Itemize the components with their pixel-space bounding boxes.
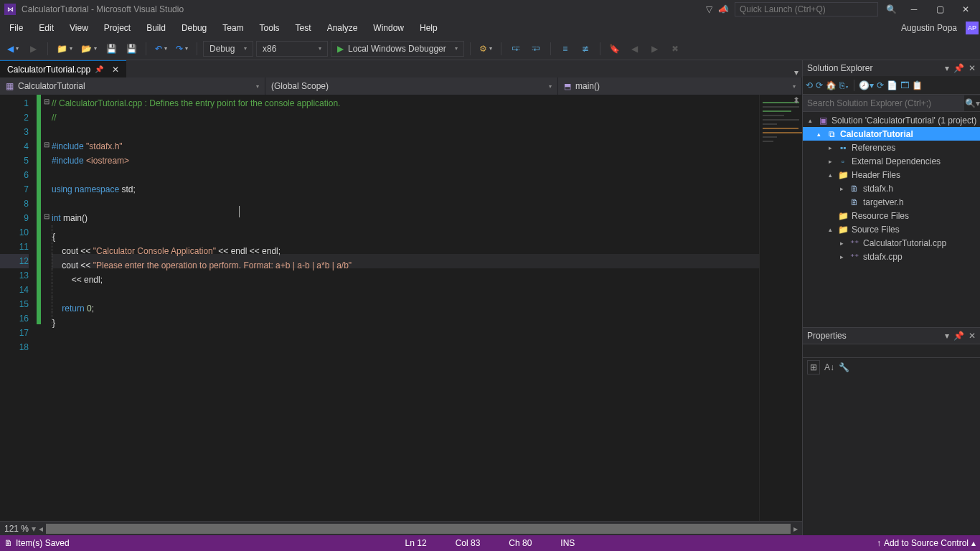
comment-button[interactable]: ≡ xyxy=(557,40,574,57)
title-bar: ⋈ CalculatorTutorial - Microsoft Visual … xyxy=(0,0,980,19)
new-project-button[interactable]: 📁 xyxy=(54,40,75,57)
properties-object-dropdown[interactable] xyxy=(803,344,980,358)
notifications-icon[interactable]: ▽ xyxy=(706,4,712,14)
minimize-button[interactable]: ─ xyxy=(904,2,924,17)
editor-footer: 121 % ▾ ◂ ▸ xyxy=(0,521,802,535)
source-control-button[interactable]: ↑Add to Source Control▴ xyxy=(877,538,976,548)
search-icon[interactable]: 🔍▾ xyxy=(964,98,980,108)
scroll-right-button[interactable]: ▸ xyxy=(793,524,798,534)
nav-project-dropdown[interactable]: ▦CalculatorTutorial xyxy=(0,77,265,95)
zoom-level[interactable]: 121 % xyxy=(4,524,29,534)
open-file-button[interactable]: 📂 xyxy=(78,40,100,57)
house-icon[interactable]: 🏠 xyxy=(826,80,837,90)
feedback-icon[interactable]: 📣 xyxy=(718,4,729,14)
uncomment-button[interactable]: ≢ xyxy=(577,40,594,57)
solution-explorer-toolbar: ⟲ ⟳ 🏠 ⎘▾ 🕗▾ ⟳ 📄 🗔 📋 xyxy=(803,76,980,95)
property-pages-icon[interactable]: 🔧 xyxy=(839,362,849,372)
solution-node[interactable]: ▴▣Solution 'CalculatorTutorial' (1 proje… xyxy=(803,113,980,127)
user-avatar[interactable]: AP xyxy=(966,22,979,34)
step-over-button[interactable]: ⮒ xyxy=(527,40,545,57)
start-debugging-button[interactable]: ▶Local Windows Debugger xyxy=(331,41,464,57)
search-input[interactable] xyxy=(803,95,964,111)
close-panel-icon[interactable]: ✕ xyxy=(969,63,976,73)
pin-panel-icon[interactable]: 📌 xyxy=(953,331,964,341)
code-editor[interactable]: 123456789101112131415161718 ⊟⊟⊟ // Calcu… xyxy=(0,95,759,521)
nav-back-button[interactable]: ◀ xyxy=(4,40,22,57)
status-char: Ch 80 xyxy=(509,538,532,548)
menu-view[interactable]: View xyxy=(62,22,96,34)
close-button[interactable]: ✕ xyxy=(956,2,976,17)
home-icon[interactable]: ⟲ xyxy=(806,80,813,90)
maximize-button[interactable]: ▢ xyxy=(930,2,950,17)
header-files-node[interactable]: ▴📁Header Files xyxy=(803,168,980,182)
tab-overflow-button[interactable]: ▾ xyxy=(791,67,802,77)
zoom-dropdown-icon[interactable]: ▾ xyxy=(32,524,36,534)
status-line: Ln 12 xyxy=(405,538,427,548)
preview-icon[interactable]: 📋 xyxy=(912,80,923,90)
menu-test[interactable]: Test xyxy=(288,22,319,34)
solution-explorer-header: Solution Explorer ▾ 📌 ✕ xyxy=(803,60,980,76)
quick-launch-input[interactable]: Quick Launch (Ctrl+Q) xyxy=(735,2,878,17)
configuration-dropdown[interactable]: Debug xyxy=(203,41,253,57)
pin-icon[interactable]: 📌 xyxy=(95,65,103,73)
panel-title: Solution Explorer xyxy=(807,63,872,73)
menu-analyze[interactable]: Analyze xyxy=(319,22,366,34)
undo-button[interactable]: ↶ xyxy=(152,40,170,57)
solution-explorer-search[interactable]: 🔍▾ xyxy=(803,95,980,112)
source-file-item[interactable]: ▸⁺⁺stdafx.cpp xyxy=(803,250,980,263)
external-deps-node[interactable]: ▸▫External Dependencies xyxy=(803,154,980,168)
vs-logo-icon: ⋈ xyxy=(4,4,16,15)
save-button[interactable]: 💾 xyxy=(103,40,120,57)
status-bar: 🗎Item(s) Saved Ln 12 Col 83 Ch 80 INS ↑A… xyxy=(0,535,980,551)
menu-edit[interactable]: Edit xyxy=(31,22,62,34)
categorized-icon[interactable]: ⊞ xyxy=(807,360,820,375)
status-saved: 🗎Item(s) Saved xyxy=(4,538,70,548)
properties-title: Properties xyxy=(807,331,847,341)
platform-dropdown[interactable]: x86 xyxy=(256,41,328,57)
minimap[interactable] xyxy=(759,95,802,521)
alphabetical-icon[interactable]: A↓ xyxy=(824,362,834,372)
split-editor-icon[interactable]: ⬍ xyxy=(791,95,802,106)
bookmark-button[interactable]: 🔖 xyxy=(606,40,623,57)
status-ins: INS xyxy=(560,538,575,548)
resource-files-node[interactable]: 📁Resource Files xyxy=(803,209,980,222)
close-panel-icon[interactable]: ✕ xyxy=(969,331,976,341)
solution-tree[interactable]: ▴▣Solution 'CalculatorTutorial' (1 proje… xyxy=(803,112,980,327)
sync-icon[interactable]: ⎘▾ xyxy=(839,80,849,90)
refresh-icon[interactable]: 🕗▾ xyxy=(859,80,874,90)
quick-launch-search-icon[interactable]: 🔍 xyxy=(884,4,898,14)
panel-menu-icon[interactable]: ▾ xyxy=(945,63,949,73)
references-node[interactable]: ▸▪▪References xyxy=(803,141,980,154)
pin-panel-icon[interactable]: 📌 xyxy=(953,63,964,73)
menu-build[interactable]: Build xyxy=(138,22,174,34)
header-file-item[interactable]: ▸🗎stdafx.h xyxy=(803,182,980,195)
menu-team[interactable]: Team xyxy=(215,22,251,34)
step-into-button[interactable]: ⮓ xyxy=(507,40,524,57)
show-all-icon[interactable]: 📄 xyxy=(887,80,897,90)
source-file-item[interactable]: ▸⁺⁺CalculatorTutorial.cpp xyxy=(803,236,980,250)
scroll-left-button[interactable]: ◂ xyxy=(39,524,43,534)
menu-file[interactable]: File xyxy=(1,22,31,34)
menu-project[interactable]: Project xyxy=(96,22,138,34)
menu-tools[interactable]: Tools xyxy=(252,22,288,34)
nav-scope-dropdown[interactable]: (Global Scope) xyxy=(265,77,558,95)
header-file-item[interactable]: 🗎targetver.h xyxy=(803,195,980,209)
save-all-button[interactable]: 💾 xyxy=(123,40,140,57)
redo-button[interactable]: ↷ xyxy=(173,40,191,57)
horizontal-scrollbar[interactable] xyxy=(46,524,791,534)
source-files-node[interactable]: ▴📁Source Files xyxy=(803,222,980,236)
properties-icon[interactable]: 🗔 xyxy=(900,80,909,90)
close-tab-icon[interactable]: ✕ xyxy=(112,65,119,75)
file-tab-active[interactable]: CalculatorTutorial.cpp 📌 ✕ xyxy=(0,60,126,77)
collapse-icon[interactable]: ⟳ xyxy=(877,80,884,90)
user-name[interactable]: Augustin Popa xyxy=(901,23,961,33)
back-icon[interactable]: ⟳ xyxy=(816,80,823,90)
process-button[interactable]: ⚙ xyxy=(476,40,495,57)
project-node[interactable]: ▴⧉CalculatorTutorial xyxy=(803,127,980,141)
nav-function-dropdown[interactable]: ⬒main() xyxy=(558,77,802,95)
menu-help[interactable]: Help xyxy=(412,22,446,34)
panel-menu-icon[interactable]: ▾ xyxy=(945,331,949,341)
menu-debug[interactable]: Debug xyxy=(174,22,215,34)
menu-window[interactable]: Window xyxy=(365,22,412,34)
menu-bar: FileEditViewProjectBuildDebugTeamToolsTe… xyxy=(0,19,980,37)
